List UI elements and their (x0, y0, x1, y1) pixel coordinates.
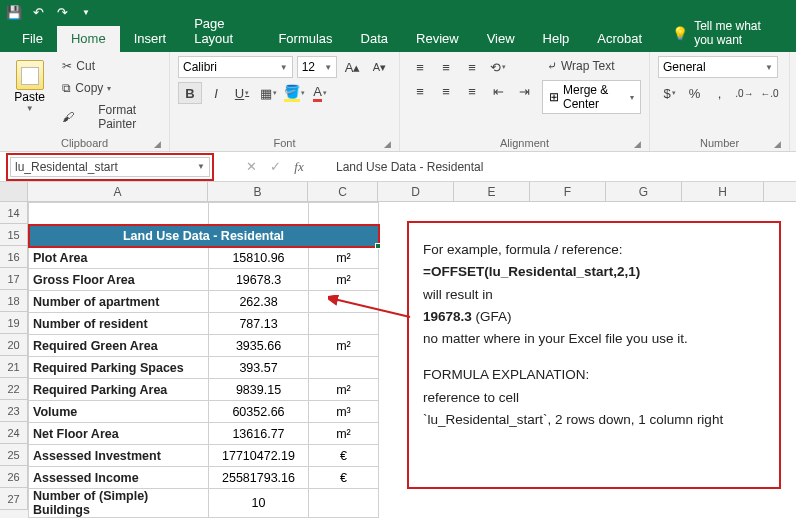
table-value[interactable]: 25581793.16 (209, 467, 309, 489)
number-format-select[interactable]: General▼ (658, 56, 778, 78)
fill-color-button[interactable]: 🪣▾ (282, 82, 306, 104)
tab-insert[interactable]: Insert (120, 26, 181, 52)
row-header[interactable]: 19 (0, 312, 28, 334)
dialog-launcher-icon[interactable]: ◢ (774, 139, 781, 149)
increase-indent-icon[interactable]: ⇥ (512, 80, 536, 102)
font-color-button[interactable]: A▾ (308, 82, 332, 104)
align-left-icon[interactable]: ≡ (408, 80, 432, 102)
name-box[interactable]: lu_Residental_start ▼ (10, 157, 210, 177)
row-header[interactable]: 24 (0, 422, 28, 444)
decrease-indent-icon[interactable]: ⇤ (486, 80, 510, 102)
increase-font-icon[interactable]: A▴ (341, 56, 364, 78)
undo-icon[interactable]: ↶ (30, 5, 46, 20)
font-name-select[interactable]: Calibri▼ (178, 56, 293, 78)
table-value[interactable]: 3935.66 (209, 335, 309, 357)
table-value[interactable]: 13616.77 (209, 423, 309, 445)
cut-button[interactable]: ✂Cut (57, 56, 161, 76)
table-label[interactable]: Required Parking Area (29, 379, 209, 401)
row-header[interactable]: 17 (0, 268, 28, 290)
table-value[interactable]: 60352.66 (209, 401, 309, 423)
row-header[interactable]: 25 (0, 444, 28, 466)
insert-function-icon[interactable]: fx (288, 157, 310, 177)
table-unit[interactable] (309, 357, 379, 379)
table-label[interactable]: Net Floor Area (29, 423, 209, 445)
table-label[interactable]: Assessed Investment (29, 445, 209, 467)
table-unit[interactable]: m² (309, 335, 379, 357)
row-header[interactable]: 26 (0, 466, 28, 488)
comma-icon[interactable]: , (708, 82, 731, 104)
row-header[interactable]: 21 (0, 356, 28, 378)
tab-view[interactable]: View (473, 26, 529, 52)
align-bottom-icon[interactable]: ≡ (460, 56, 484, 78)
table-value[interactable]: 19678.3 (209, 269, 309, 291)
save-icon[interactable]: 💾 (6, 5, 22, 20)
tab-acrobat[interactable]: Acrobat (583, 26, 656, 52)
tab-review[interactable]: Review (402, 26, 473, 52)
table-value[interactable]: 9839.15 (209, 379, 309, 401)
row-header[interactable]: 15 (0, 224, 28, 246)
currency-icon[interactable]: $▾ (658, 82, 681, 104)
wrap-text-button[interactable]: ⤶Wrap Text (542, 56, 641, 76)
table-unit[interactable] (309, 313, 379, 335)
col-header-F[interactable]: F (530, 182, 606, 201)
table-value[interactable]: 262.38 (209, 291, 309, 313)
worksheet-grid[interactable]: A B C D E F G H 14 15 16 17 18 19 20 21 … (0, 182, 796, 531)
row-header[interactable]: 18 (0, 290, 28, 312)
col-header-D[interactable]: D (378, 182, 454, 201)
merge-center-button[interactable]: ⊞Merge & Center▾ (542, 80, 641, 114)
table-title-cell[interactable]: Land Use Data - Residental (29, 225, 379, 247)
table-label[interactable]: Assessed Income (29, 467, 209, 489)
tab-home[interactable]: Home (57, 26, 120, 52)
col-header-A[interactable]: A (28, 182, 208, 201)
table-unit[interactable]: m² (309, 423, 379, 445)
table-value[interactable]: 393.57 (209, 357, 309, 379)
table-label[interactable]: Number of resident (29, 313, 209, 335)
percent-icon[interactable]: % (683, 82, 706, 104)
selection-handle[interactable] (375, 243, 381, 249)
table-label[interactable]: Volume (29, 401, 209, 423)
font-size-select[interactable]: 12▼ (297, 56, 337, 78)
col-header-E[interactable]: E (454, 182, 530, 201)
tab-file[interactable]: File (8, 26, 57, 52)
table-unit[interactable]: m² (309, 247, 379, 269)
data-table[interactable]: Land Use Data - Residental Plot Area1581… (28, 202, 379, 518)
row-header[interactable]: 22 (0, 378, 28, 400)
row-header[interactable]: 20 (0, 334, 28, 356)
table-unit[interactable] (309, 291, 379, 313)
increase-decimal-icon[interactable]: .0→ (733, 82, 756, 104)
table-value[interactable]: 787.13 (209, 313, 309, 335)
select-all-corner[interactable] (0, 182, 28, 201)
align-right-icon[interactable]: ≡ (460, 80, 484, 102)
table-unit[interactable] (309, 489, 379, 518)
col-header-H[interactable]: H (682, 182, 764, 201)
align-center-icon[interactable]: ≡ (434, 80, 458, 102)
row-header[interactable]: 14 (0, 202, 28, 224)
table-label[interactable]: Plot Area (29, 247, 209, 269)
borders-button[interactable]: ▦▾ (256, 82, 280, 104)
table-label[interactable]: Required Parking Spaces (29, 357, 209, 379)
cancel-formula-icon[interactable]: ✕ (240, 157, 262, 177)
orientation-icon[interactable]: ⟲▾ (486, 56, 510, 78)
table-value[interactable]: 15810.96 (209, 247, 309, 269)
table-label[interactable]: Number of (Simple) Buildings (29, 489, 209, 518)
underline-button[interactable]: U▾ (230, 82, 254, 104)
tab-data[interactable]: Data (347, 26, 402, 52)
col-header-B[interactable]: B (208, 182, 308, 201)
table-value[interactable]: 10 (209, 489, 309, 518)
table-unit[interactable]: m² (309, 269, 379, 291)
formula-bar[interactable]: Land Use Data - Residental (336, 160, 483, 174)
tab-formulas[interactable]: Formulas (264, 26, 346, 52)
redo-icon[interactable]: ↷ (54, 5, 70, 20)
paste-button[interactable]: Paste ▼ (8, 56, 51, 117)
table-label[interactable]: Gross Floor Area (29, 269, 209, 291)
row-header[interactable]: 27 (0, 488, 28, 510)
table-label[interactable]: Number of apartment (29, 291, 209, 313)
dialog-launcher-icon[interactable]: ◢ (634, 139, 641, 149)
decrease-decimal-icon[interactable]: ←.0 (758, 82, 781, 104)
table-unit[interactable]: € (309, 467, 379, 489)
table-label[interactable]: Required Green Area (29, 335, 209, 357)
enter-formula-icon[interactable]: ✓ (264, 157, 286, 177)
dialog-launcher-icon[interactable]: ◢ (384, 139, 391, 149)
italic-button[interactable]: I (204, 82, 228, 104)
copy-button[interactable]: ⧉Copy▾ (57, 78, 161, 98)
